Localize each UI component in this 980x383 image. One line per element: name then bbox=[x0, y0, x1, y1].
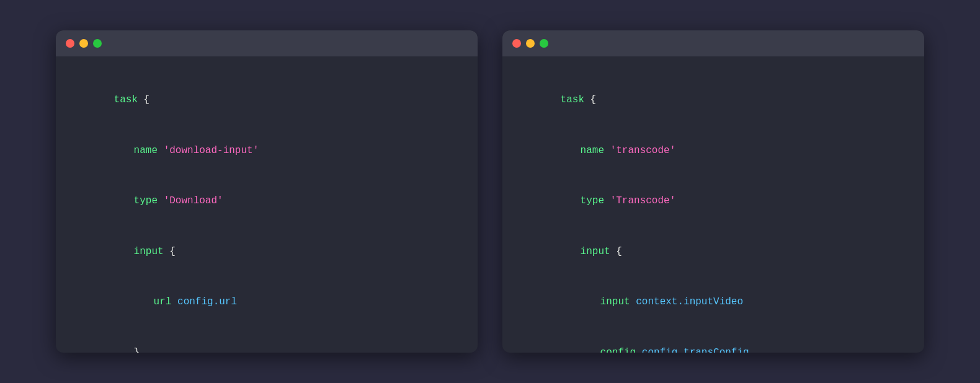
task-keyword-1: task bbox=[114, 94, 138, 105]
close-input-1: } bbox=[134, 347, 140, 353]
name-val-2: 'transcode' bbox=[610, 145, 676, 156]
input-val-2: context.inputVideo bbox=[636, 296, 743, 307]
code-line-w2-5: input context.inputVideo bbox=[525, 277, 902, 328]
config-kw-2: config bbox=[600, 347, 636, 353]
input-kw-2: input bbox=[581, 246, 610, 257]
space-1b bbox=[158, 195, 164, 206]
dot-yellow-2[interactable] bbox=[526, 39, 535, 48]
type-kw-1: type bbox=[134, 195, 158, 206]
space-2a bbox=[604, 145, 610, 156]
titlebar-2 bbox=[502, 30, 924, 56]
type-val-2: 'Transcode' bbox=[610, 195, 676, 206]
code-line-1: task { bbox=[78, 75, 455, 126]
url-val-1: config.url bbox=[177, 296, 237, 307]
name-val-1: 'download-input' bbox=[164, 145, 259, 156]
task-keyword-2: task bbox=[561, 94, 584, 105]
terminal-window-1: task { name 'download-input' type 'Downl… bbox=[56, 30, 478, 353]
code-line-2: name 'download-input' bbox=[78, 126, 455, 177]
space-2c bbox=[630, 296, 636, 307]
dot-yellow-1[interactable] bbox=[79, 39, 88, 48]
code-line-4: input { bbox=[78, 227, 455, 278]
code-line-5: url config.url bbox=[78, 277, 455, 328]
dot-red-2[interactable] bbox=[512, 39, 521, 48]
input-field-kw-2: input bbox=[600, 296, 630, 307]
name-kw-1: name bbox=[134, 145, 158, 156]
space-1c bbox=[171, 296, 177, 307]
code-line-w2-6: config config.transConfig bbox=[525, 328, 902, 353]
space-1a bbox=[158, 145, 164, 156]
input-kw-1: input bbox=[134, 246, 164, 257]
code-line-w2-1: task { bbox=[525, 75, 902, 126]
terminal-body-2: task { name 'transcode' type 'Transcode'… bbox=[502, 56, 924, 353]
open-brace-2: { bbox=[584, 94, 596, 105]
type-kw-2: type bbox=[581, 195, 604, 206]
dot-red-1[interactable] bbox=[66, 39, 74, 48]
space-2b bbox=[604, 195, 610, 206]
input-brace-2: { bbox=[610, 246, 622, 257]
type-val-1: 'Download' bbox=[164, 195, 223, 206]
open-brace-1: { bbox=[138, 94, 149, 105]
space-2d bbox=[636, 347, 642, 353]
code-line-3: type 'Download' bbox=[78, 176, 455, 227]
titlebar-1 bbox=[56, 30, 478, 56]
dot-green-2[interactable] bbox=[540, 39, 548, 48]
input-brace-1: { bbox=[164, 246, 176, 257]
code-line-6: } bbox=[78, 328, 455, 353]
dot-green-1[interactable] bbox=[93, 39, 102, 48]
url-kw-1: url bbox=[154, 296, 172, 307]
terminal-window-2: task { name 'transcode' type 'Transcode'… bbox=[502, 30, 924, 353]
code-line-w2-3: type 'Transcode' bbox=[525, 176, 902, 227]
config-val-2: config.transConfig bbox=[642, 347, 749, 353]
terminal-body-1: task { name 'download-input' type 'Downl… bbox=[56, 56, 478, 353]
code-line-w2-4: input { bbox=[525, 227, 902, 278]
code-line-w2-2: name 'transcode' bbox=[525, 126, 902, 177]
name-kw-2: name bbox=[581, 145, 604, 156]
